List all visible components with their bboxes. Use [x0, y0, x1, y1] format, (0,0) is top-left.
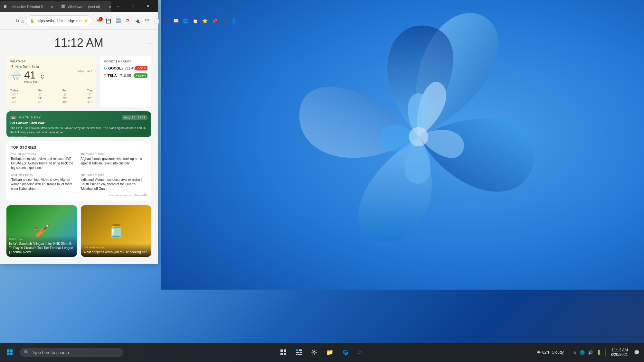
widgets-button[interactable] [292, 346, 305, 359]
story-item-1[interactable]: The Indian Express Bellbottom movie revi… [11, 153, 77, 170]
home-button[interactable]: ⌂ [21, 16, 24, 26]
stories-grid: The Indian Express Bellbottom movie revi… [11, 153, 147, 191]
stock-tsla[interactable]: T TSLA 710.05 +1.51% [104, 73, 147, 78]
url-bar[interactable]: 🔒 https://win11.blueedge.me ⭐ [26, 15, 92, 26]
browser-window: 📋 Lifehacker Editorial Schedule: Li... ✕… [0, 0, 158, 264]
ext1-icon[interactable]: 🔌 [133, 16, 142, 25]
svg-rect-4 [7, 353, 10, 356]
story-item-2[interactable]: The Times of India Afghan female governo… [80, 153, 147, 170]
collection-icon[interactable]: 📌 [210, 16, 219, 25]
profile-icon[interactable]: 👤 [230, 16, 239, 25]
expand-tray-icon[interactable]: ∧ [572, 349, 578, 356]
location-pin-icon: 📍 [10, 65, 14, 69]
notification-icon: 💬 [634, 350, 639, 355]
network-icon[interactable]: 🌐 [578, 349, 586, 356]
svg-point-1 [409, 127, 428, 146]
volume-icon[interactable]: 🔊 [587, 349, 594, 356]
separator2 [605, 348, 606, 356]
tab-close-btn[interactable]: ✕ [50, 4, 55, 9]
forecast-sun: Sun 🌧️ 32° 40° [62, 89, 67, 104]
oil-source: The Times of India [83, 246, 149, 249]
story-source-3: Hindustan Times [11, 173, 77, 177]
time-display: 11:12 AM ··· [6, 36, 151, 50]
taskbar: 🔍 Type here to search [0, 343, 644, 362]
close-button[interactable]: ✕ [140, 1, 155, 11]
taskbar-weather[interactable]: 🌤️ 62°F Cloudy [534, 349, 566, 356]
tab-favicon: 🪟 [61, 5, 66, 9]
otd-more-link[interactable]: more on wiki [10, 135, 147, 137]
tab-lifehacker-editorial[interactable]: 📋 Lifehacker Editorial Schedule: Li... ✕ [0, 1, 58, 12]
settings-icon [311, 349, 317, 356]
favorites-icon[interactable]: ⭐ [201, 16, 210, 25]
file-explorer-button[interactable]: 📁 [323, 346, 336, 359]
taskview-button[interactable] [277, 346, 290, 359]
weather-details: 62% +6.7 [78, 70, 92, 73]
start-button[interactable] [3, 346, 16, 359]
otd-title: Sri Lankan Civil War: [10, 121, 147, 125]
widgets-row: WEATHER 📍 New Delhi, India 🌧️ 41 °C Heav [6, 56, 151, 107]
cricket-title: India's Sandesh Jhingan Joins HNK Sibeni… [9, 242, 74, 254]
story-item-4[interactable]: The Times of India India and Vietnam con… [80, 173, 147, 191]
history-icon[interactable]: ⏰ [191, 16, 200, 25]
store-button[interactable]: 🛍 [354, 346, 367, 359]
window-controls: ─ □ ✕ [111, 1, 158, 11]
temperature: 41 °C [24, 70, 44, 80]
svg-rect-5 [10, 353, 13, 356]
weather-forecast: Today 🌧️ 30° 47° Sat ⛅ 31° 46° Sun [10, 86, 92, 104]
widget-options-button[interactable]: ··· [147, 40, 151, 46]
stock-googl[interactable]: G GOOGL 2,331.45 -0.93% [104, 66, 147, 70]
tab-close-btn[interactable]: ✕ [108, 4, 111, 9]
wallet-badge: 0 [99, 17, 103, 21]
address-bar: ← → ↻ ⌂ 🔒 https://win11.blueedge.me ⭐ 💳 … [0, 12, 158, 30]
story-source-1: The Indian Express [11, 153, 77, 156]
on-this-day-widget[interactable]: 📅 ON THIS DAY Aug 20, 1987 Sri Lankan Ci… [6, 111, 151, 137]
otd-header: 📅 ON THIS DAY Aug 20, 1987 [10, 115, 147, 120]
stories-label: TOP STORIES [11, 145, 147, 149]
pinterest-icon[interactable]: P [123, 16, 132, 25]
taskbar-search[interactable]: 🔍 Type here to search [20, 348, 123, 357]
reading-view-icon[interactable]: 📖 [172, 16, 181, 25]
settings-icon[interactable]: ··· [239, 16, 248, 25]
search-placeholder: Type here to search [32, 350, 69, 355]
taskbar-center-icons: 📁 🛍 [277, 346, 367, 359]
battery-icon[interactable]: 🔋 [595, 349, 603, 356]
new-badge-icon[interactable]: 🆕 [114, 16, 123, 25]
svg-rect-3 [10, 349, 13, 352]
pdf-icon[interactable]: 📄 [152, 16, 161, 25]
clock-time-taskbar: 11:12 AM [611, 348, 628, 352]
forecast-tue: Tue 🌤️ 32° 47° [87, 89, 92, 104]
weather-location: 📍 New Delhi, India [10, 65, 92, 69]
notifications-button[interactable]: 💬 [632, 346, 641, 359]
hypothesis-icon[interactable]: H [162, 16, 171, 25]
image-card-oil[interactable]: 🫙 The Times of India What happens when y… [81, 205, 151, 257]
cricket-card-overlay: NDTV News India's Sandesh Jhingan Joins … [6, 235, 77, 257]
tsla-symbol: T TSLA [104, 73, 117, 78]
forward-button[interactable]: → [9, 16, 14, 26]
ext2-icon[interactable]: 🛡 [143, 16, 152, 25]
edge-browser-button[interactable] [339, 346, 352, 359]
weather-label: WEATHER [10, 60, 92, 63]
svg-rect-15 [298, 354, 302, 355]
svg-rect-7 [284, 349, 286, 352]
weather-temp-taskbar: 62°F [542, 350, 550, 355]
edge-wallet-icon[interactable]: 💳 0 [94, 16, 103, 25]
story-item-3[interactable]: Hindustan Times 'Taliban are coming': Vi… [11, 173, 77, 191]
windows-logo-icon [6, 349, 13, 356]
top-stories-widget: TOP STORIES The Indian Express Bellbotto… [6, 141, 151, 201]
settings-taskbar-button[interactable] [308, 346, 321, 359]
minimize-button[interactable]: ─ [111, 1, 126, 11]
story-headline-2: Afghan female governor, who took up arms… [80, 157, 147, 166]
search-icon: 🔍 [24, 350, 29, 355]
save-icon[interactable]: 💾 [104, 16, 113, 25]
refresh-button[interactable]: ↻ [15, 16, 19, 26]
maximize-button[interactable]: □ [126, 1, 140, 11]
tab-windows11-sort-of[interactable]: 🪟 Windows 11 (sort of) comes to... ✕ [58, 1, 111, 12]
browser-sync-icon[interactable]: 🌐 [181, 16, 190, 25]
download-icon[interactable]: ⬇ [220, 16, 229, 25]
taskbar-clock[interactable]: 11:12 AM 8/20/2021 [608, 347, 630, 358]
image-card-cricket[interactable]: 🏏 NDTV News India's Sandesh Jhingan Join… [6, 205, 77, 257]
svg-rect-13 [300, 352, 302, 353]
back-button[interactable]: ← [3, 16, 7, 26]
edge-icon [342, 349, 349, 356]
tsla-change: +1.51% [134, 73, 147, 78]
